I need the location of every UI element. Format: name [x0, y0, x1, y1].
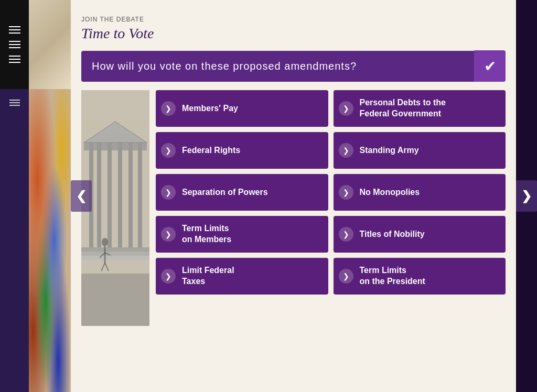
btn-arrow-icon: ❯ — [339, 185, 353, 200]
amendment-titles-of-nobility[interactable]: ❯ Titles of Nobility — [334, 216, 506, 253]
hamburger-icon-top-3[interactable] — [9, 56, 20, 63]
btn-label: Limit FederalTaxes — [182, 265, 234, 287]
btn-arrow-icon: ❯ — [161, 101, 176, 116]
menu-icon-side[interactable] — [9, 100, 20, 106]
svg-rect-2 — [97, 143, 101, 247]
btn-arrow-icon: ❯ — [339, 143, 353, 158]
amendment-no-monopolies[interactable]: ❯ No Monopolies — [334, 174, 506, 211]
sidebar-marbled — [29, 89, 71, 392]
svg-rect-5 — [128, 143, 133, 247]
svg-rect-6 — [138, 143, 142, 247]
main-content: JOIN THE DEBATE Time to Vote How will yo… — [71, 0, 516, 392]
btn-label: Titles of Nobility — [360, 229, 425, 240]
btn-arrow-icon: ❯ — [339, 101, 353, 116]
amendment-term-limits-president[interactable]: ❯ Term Limitson the President — [334, 258, 506, 295]
svg-rect-4 — [118, 143, 122, 247]
svg-rect-11 — [81, 256, 149, 260]
amendment-federal-rights[interactable]: ❯ Federal Rights — [156, 132, 328, 169]
btn-label: Standing Army — [360, 145, 419, 156]
next-arrow-icon: ❯ — [521, 189, 532, 203]
svg-rect-9 — [81, 247, 149, 252]
svg-point-12 — [102, 238, 108, 246]
question-header: How will you vote on these proposed amen… — [81, 50, 506, 82]
amendments-grid: ❯ Members' Pay ❯ Personal Debts to theFe… — [156, 90, 506, 326]
hamburger-icon-top-1[interactable] — [9, 26, 20, 34]
amendment-personal-debts[interactable]: ❯ Personal Debts to theFederal Governmen… — [334, 90, 506, 127]
prev-arrow-button[interactable]: ❮ — [71, 180, 92, 212]
left-sidebar — [0, 0, 71, 392]
top-menu-strip — [0, 0, 29, 89]
amendment-members-pay[interactable]: ❯ Members' Pay — [156, 90, 328, 127]
question-bar: How will you vote on these proposed amen… — [81, 51, 474, 82]
vote-checkbox[interactable]: ✔ — [474, 50, 506, 82]
btn-arrow-icon: ❯ — [339, 227, 353, 242]
side-menu-strip — [0, 89, 29, 392]
next-arrow-button[interactable]: ❯ — [516, 180, 537, 212]
btn-arrow-icon: ❯ — [161, 269, 176, 284]
amendment-separation-of-powers[interactable]: ❯ Separation of Powers — [156, 174, 328, 211]
content-grid: ❯ Members' Pay ❯ Personal Debts to theFe… — [81, 90, 506, 326]
btn-label: Term Limitson the President — [360, 265, 425, 287]
btn-arrow-icon: ❯ — [161, 185, 176, 200]
question-text: How will you vote on these proposed amen… — [92, 60, 357, 72]
btn-arrow-icon: ❯ — [161, 143, 176, 158]
btn-label: Federal Rights — [182, 145, 240, 156]
btn-label: No Monopolies — [360, 187, 420, 198]
btn-label: Separation of Powers — [182, 187, 268, 198]
btn-label: Term Limitson Members — [182, 223, 231, 245]
btn-label: Personal Debts to theFederal Government — [360, 97, 446, 119]
btn-label: Members' Pay — [182, 103, 238, 114]
btn-arrow-icon: ❯ — [339, 269, 353, 284]
svg-rect-3 — [108, 143, 112, 247]
svg-rect-10 — [81, 252, 149, 256]
svg-rect-8 — [84, 143, 147, 150]
prev-arrow-icon: ❮ — [76, 189, 87, 203]
hamburger-icon-top-2[interactable] — [9, 41, 20, 48]
checkmark-icon: ✔ — [484, 58, 496, 75]
page-label: JOIN THE DEBATE — [81, 16, 506, 23]
amendment-limit-federal-taxes[interactable]: ❯ Limit FederalTaxes — [156, 258, 328, 295]
page-title: Time to Vote — [81, 25, 506, 42]
svg-rect-18 — [81, 274, 149, 326]
amendment-term-limits-members[interactable]: ❯ Term Limitson Members — [156, 216, 328, 253]
btn-arrow-icon: ❯ — [161, 227, 176, 242]
amendment-standing-army[interactable]: ❯ Standing Army — [334, 132, 506, 169]
sidebar-decorative-top — [29, 0, 71, 89]
